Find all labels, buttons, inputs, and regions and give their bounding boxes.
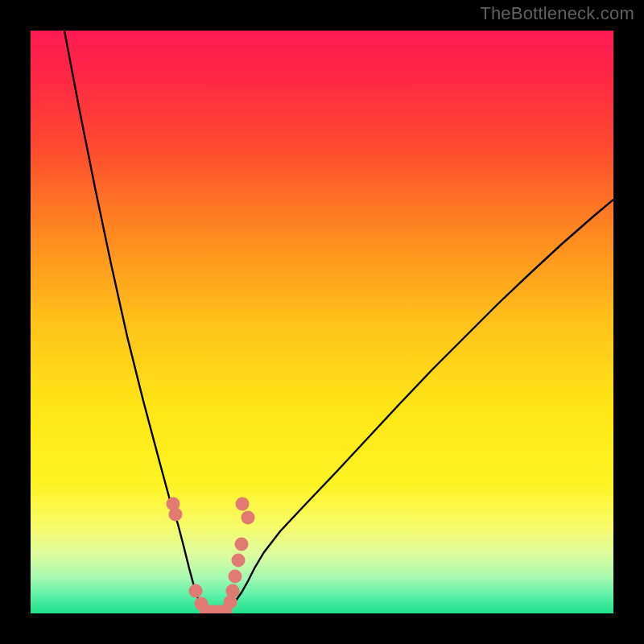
- series-right-curve: [228, 200, 613, 610]
- marker-right-cluster: [236, 497, 250, 511]
- watermark-text: TheBottleneck.com: [480, 3, 634, 24]
- marker-right-cluster: [232, 554, 246, 568]
- marker-right-cluster: [229, 570, 242, 584]
- plot-area: [31, 31, 613, 613]
- marker-left-cluster: [189, 584, 203, 598]
- marker-right-cluster: [226, 584, 240, 598]
- marker-right-cluster: [242, 511, 255, 525]
- marker-right-cluster: [235, 538, 249, 551]
- data-markers: [167, 497, 255, 614]
- bottleneck-curve: [64, 31, 613, 613]
- series-left-curve: [64, 31, 204, 610]
- marker-left-cluster: [169, 508, 183, 522]
- curve-layer: [31, 31, 613, 613]
